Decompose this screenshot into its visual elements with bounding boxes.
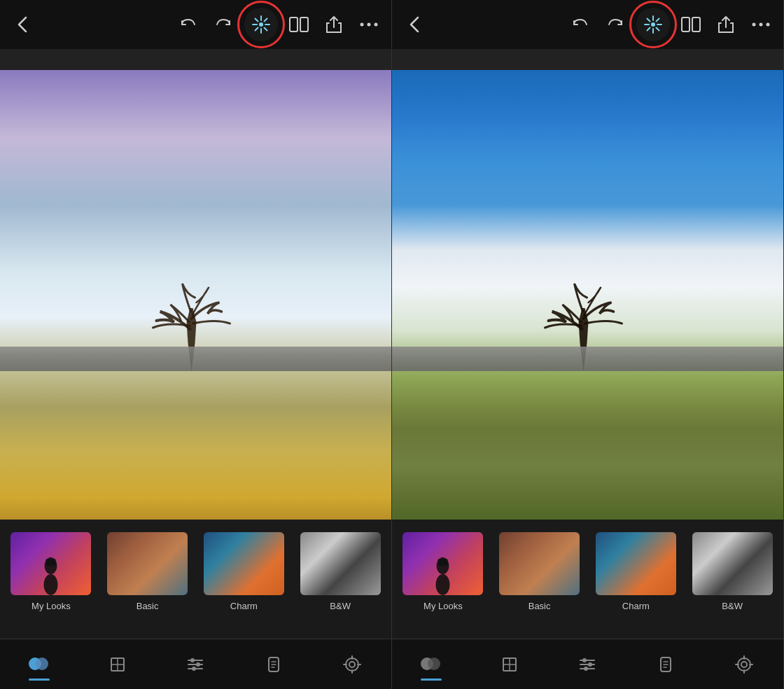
left-filter-bw[interactable]: B&W bbox=[295, 532, 386, 611]
right-thumb-bw bbox=[692, 532, 773, 595]
left-more-button[interactable] bbox=[355, 11, 383, 39]
right-looks-icon bbox=[421, 657, 442, 671]
right-filter-my-looks[interactable]: My Looks bbox=[398, 532, 489, 611]
left-filter-charm[interactable]: Charm bbox=[199, 532, 290, 611]
right-magic-btn-wrapper bbox=[636, 8, 670, 41]
left-magic-button[interactable] bbox=[244, 8, 278, 41]
svg-point-24 bbox=[196, 662, 200, 667]
svg-point-14 bbox=[43, 574, 57, 595]
svg-line-42 bbox=[657, 19, 659, 22]
left-redo-button[interactable] bbox=[209, 11, 237, 39]
left-bottom-nav bbox=[0, 639, 391, 689]
right-thumb-basic bbox=[499, 532, 580, 595]
right-panel: My Looks Basic Charm B&W bbox=[392, 0, 784, 689]
right-undo-button[interactable] bbox=[566, 11, 594, 39]
svg-line-4 bbox=[255, 19, 258, 22]
right-thumb-charm bbox=[596, 532, 676, 595]
left-thumb-bw bbox=[300, 532, 381, 595]
svg-point-60 bbox=[588, 662, 592, 667]
svg-point-30 bbox=[346, 658, 358, 671]
right-filter-bw[interactable]: B&W bbox=[687, 532, 778, 611]
left-toolbar bbox=[0, 0, 391, 49]
right-filter-my-looks-label: My Looks bbox=[424, 601, 463, 611]
right-nav-details[interactable] bbox=[727, 647, 762, 682]
svg-rect-16 bbox=[46, 559, 55, 566]
left-looks-icon bbox=[29, 657, 50, 671]
svg-point-23 bbox=[190, 658, 195, 662]
svg-line-7 bbox=[255, 28, 258, 31]
left-nav-crop[interactable] bbox=[100, 647, 135, 682]
right-image-area bbox=[392, 70, 783, 520]
left-filter-my-looks-label: My Looks bbox=[31, 601, 71, 611]
left-thumb-charm bbox=[204, 532, 284, 595]
svg-point-31 bbox=[349, 662, 355, 667]
right-filter-basic-label: Basic bbox=[528, 601, 551, 611]
svg-line-43 bbox=[648, 28, 650, 31]
right-thumb-my-looks bbox=[402, 532, 483, 595]
left-nav-looks[interactable] bbox=[22, 647, 57, 682]
svg-point-25 bbox=[192, 667, 196, 671]
right-share-button[interactable] bbox=[712, 11, 740, 39]
right-nav-crop[interactable] bbox=[492, 647, 527, 682]
left-back-button[interactable] bbox=[8, 11, 36, 39]
right-filter-charm[interactable]: Charm bbox=[591, 532, 682, 611]
left-nav-details[interactable] bbox=[335, 647, 370, 682]
svg-point-49 bbox=[766, 23, 770, 27]
left-image-area bbox=[0, 70, 391, 520]
right-filter-charm-label: Charm bbox=[622, 601, 650, 611]
right-filter-bw-label: B&W bbox=[722, 601, 743, 611]
left-filter-strip: My Looks Basic Charm B&W bbox=[0, 520, 391, 639]
right-redo-button[interactable] bbox=[601, 11, 629, 39]
right-back-button[interactable] bbox=[400, 11, 428, 39]
svg-line-41 bbox=[657, 28, 659, 31]
left-thumb-basic bbox=[107, 532, 188, 595]
svg-point-12 bbox=[368, 23, 371, 27]
right-nav-looks[interactable] bbox=[414, 647, 449, 682]
svg-line-5 bbox=[265, 28, 267, 31]
svg-point-61 bbox=[584, 667, 588, 671]
left-nav-heal[interactable] bbox=[256, 647, 291, 682]
svg-rect-10 bbox=[300, 18, 308, 32]
svg-rect-52 bbox=[438, 559, 447, 566]
svg-line-40 bbox=[648, 19, 650, 22]
svg-point-44 bbox=[651, 22, 655, 27]
svg-rect-45 bbox=[682, 18, 690, 32]
right-photo bbox=[392, 70, 783, 520]
right-more-button[interactable] bbox=[747, 11, 775, 39]
right-filter-strip: My Looks Basic Charm B&W bbox=[392, 520, 783, 639]
right-split-button[interactable] bbox=[677, 11, 705, 39]
svg-point-8 bbox=[259, 22, 263, 27]
left-split-button[interactable] bbox=[285, 11, 313, 39]
left-nav-adjust[interactable] bbox=[178, 647, 213, 682]
svg-rect-9 bbox=[290, 18, 298, 32]
svg-point-50 bbox=[435, 574, 449, 595]
left-subbar bbox=[0, 49, 391, 70]
right-nav-adjust[interactable] bbox=[570, 647, 605, 682]
left-filter-basic-label: Basic bbox=[136, 601, 159, 611]
left-filter-my-looks[interactable]: My Looks bbox=[6, 532, 97, 611]
right-subbar bbox=[392, 49, 783, 70]
left-undo-button[interactable] bbox=[174, 11, 202, 39]
left-thumb-my-looks bbox=[10, 532, 91, 595]
right-nav-heal[interactable] bbox=[648, 647, 683, 682]
left-magic-btn-wrapper bbox=[244, 8, 278, 41]
svg-point-67 bbox=[741, 662, 747, 667]
svg-point-59 bbox=[582, 658, 587, 662]
svg-point-48 bbox=[760, 23, 763, 27]
svg-point-66 bbox=[738, 658, 750, 671]
left-filter-basic[interactable]: Basic bbox=[102, 532, 193, 611]
left-share-button[interactable] bbox=[320, 11, 348, 39]
left-filter-bw-label: B&W bbox=[330, 601, 351, 611]
svg-line-6 bbox=[265, 19, 267, 22]
left-filter-charm-label: Charm bbox=[230, 601, 258, 611]
right-magic-button[interactable] bbox=[636, 8, 670, 41]
svg-rect-46 bbox=[692, 18, 700, 32]
left-stone-wall bbox=[0, 347, 391, 371]
right-toolbar bbox=[392, 0, 783, 49]
right-stone-wall bbox=[392, 347, 783, 371]
right-filter-basic[interactable]: Basic bbox=[494, 532, 585, 611]
svg-point-11 bbox=[360, 23, 364, 27]
left-photo bbox=[0, 70, 391, 520]
left-panel: My Looks Basic Charm B&W bbox=[0, 0, 392, 689]
svg-point-47 bbox=[752, 23, 756, 27]
